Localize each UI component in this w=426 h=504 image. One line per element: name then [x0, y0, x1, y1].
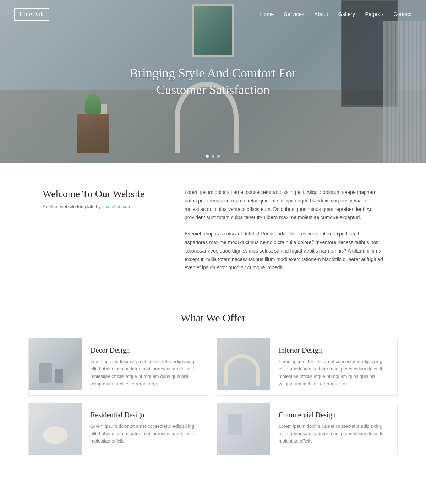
offer-card-decor: Decor Design Lorem ipsum dolor sit amet … [28, 338, 209, 396]
welcome-paragraph-2: Eveniet tempora a nisi aut debitis! Recu… [185, 230, 383, 272]
offer-card-residential: Residential Design Lorem ipsum dolor sit… [28, 403, 209, 455]
offer-card-commercial: Commercial Design Lorem ipsum dolor sit … [217, 403, 398, 455]
nav-item-home[interactable]: Home [260, 11, 274, 17]
offer-card-title-decor: Decor Design [91, 346, 201, 354]
offer-heading: What We Offer [28, 312, 398, 324]
hero-dot-2[interactable] [212, 155, 214, 158]
nav-item-services[interactable]: Services [284, 11, 305, 17]
welcome-right-col: Lorem ipsum dolor sit amet consectetur a… [185, 188, 383, 280]
hero-title: Bringing Style And Comfort For Customer … [121, 65, 305, 98]
hero-text-container: Bringing Style And Comfort For Customer … [121, 65, 305, 98]
offer-card-img-decor [29, 338, 82, 390]
site-header: FineOak Home Services About Gallery Page… [0, 0, 426, 28]
nav-item-gallery[interactable]: Gallery [338, 11, 355, 17]
offer-card-text-residential: Residential Design Lorem ipsum dolor sit… [82, 403, 209, 452]
offer-card-text-decor: Decor Design Lorem ipsum dolor sit amet … [82, 338, 209, 395]
offer-card-desc-residential: Lorem ipsum dolor sit amet consectetur a… [91, 423, 201, 445]
offer-card-img-interior [217, 338, 270, 390]
offer-section: What We Offer Decor Design Lorem ipsum d… [0, 305, 426, 476]
offer-card-interior: Interior Design Lorem ipsum dolor sit am… [217, 338, 398, 396]
offer-card-text-commercial: Commercial Design Lorem ipsum dolor sit … [270, 403, 397, 452]
nav-item-about[interactable]: About [315, 11, 328, 17]
decor-design-image [29, 338, 82, 390]
nav-item-contact[interactable]: Contact [393, 11, 412, 17]
welcome-left-col: Welcome To Our Website Another website t… [43, 188, 163, 209]
hero-dot-1[interactable] [206, 155, 209, 158]
welcome-paragraph-1: Lorem ipsum dolor sit amet consectetur a… [185, 188, 383, 222]
hero-dots-indicator [206, 155, 220, 158]
commercial-design-image [217, 403, 270, 455]
welcome-heading: Welcome To Our Website [43, 188, 163, 200]
offer-card-title-commercial: Commercial Design [279, 411, 389, 419]
main-nav: Home Services About Gallery Pages ▾ Cont… [260, 11, 412, 17]
chevron-down-icon: ▾ [382, 12, 384, 16]
offer-card-desc-commercial: Lorem ipsum dolor sit amet consectetur a… [279, 423, 389, 445]
offer-card-img-residential [29, 403, 82, 455]
welcome-subtitle: Another website template by uicookies.co… [43, 204, 163, 209]
offer-card-desc-interior: Lorem ipsum dolor sit amet consectetur a… [279, 358, 389, 388]
interior-design-image [217, 338, 270, 390]
residential-design-image [29, 403, 82, 455]
welcome-link[interactable]: uicookies.com [102, 204, 131, 209]
offer-card-text-interior: Interior Design Lorem ipsum dolor sit am… [270, 338, 397, 395]
offer-card-desc-decor: Lorem ipsum dolor sit amet consectetur a… [91, 358, 201, 388]
site-logo[interactable]: FineOak [14, 8, 49, 21]
offer-grid: Decor Design Lorem ipsum dolor sit amet … [28, 338, 398, 455]
hero-dot-3[interactable] [217, 155, 220, 158]
welcome-section: Welcome To Our Website Another website t… [0, 163, 426, 305]
nav-item-pages[interactable]: Pages ▾ [365, 11, 384, 17]
offer-card-title-residential: Residential Design [91, 411, 201, 419]
offer-card-img-commercial [217, 403, 270, 455]
offer-card-title-interior: Interior Design [279, 346, 389, 354]
